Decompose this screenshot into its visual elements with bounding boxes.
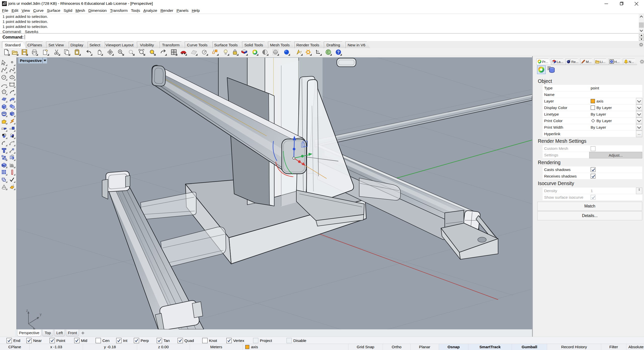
svg-text:?: ? xyxy=(337,50,340,54)
svg-text:6: 6 xyxy=(5,2,6,3)
svg-text:Perspective: Perspective xyxy=(20,58,42,63)
svg-text:y: y xyxy=(40,312,42,316)
svg-text:?: ? xyxy=(611,60,613,63)
svg-text:z: z xyxy=(26,308,28,312)
